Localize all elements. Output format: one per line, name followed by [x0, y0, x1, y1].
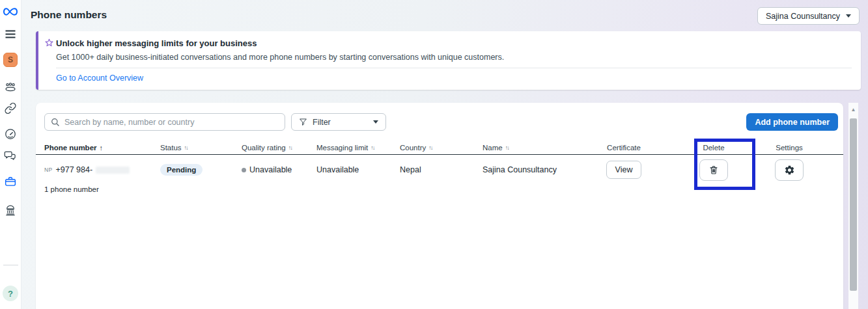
cell-delete — [668, 159, 759, 181]
column-header-quality-rating[interactable]: Quality rating ↑↓ — [242, 144, 316, 152]
account-selector-dropdown[interactable]: Sajina Counsultancy — [757, 7, 860, 25]
bank-building-icon — [4, 204, 17, 216]
page-title: Phone numbers — [31, 9, 107, 21]
phone-numbers-card: Filter Add phone number Phone number ↑ S… — [36, 103, 843, 309]
cell-quality-rating: Unavailable — [242, 165, 316, 174]
redacted-phone-digits — [96, 167, 130, 174]
avatar-letter: S — [3, 53, 18, 67]
account-overview-link[interactable]: Go to Account Overview — [56, 74, 143, 83]
column-header-country[interactable]: Country ↑↓ — [400, 144, 483, 152]
filter-funnel-icon — [299, 118, 307, 126]
column-header-messaging-limit[interactable]: Messaging limit ↑↓ — [316, 144, 400, 152]
sort-ascending-icon: ↑ — [100, 144, 104, 152]
sidebar-divider — [3, 265, 18, 265]
chevron-down-icon — [373, 120, 378, 124]
sidebar-item-inbox[interactable] — [4, 150, 17, 162]
sidebar-item-audiences[interactable] — [4, 81, 17, 93]
sidebar-item-phone-numbers-active[interactable] — [4, 176, 17, 187]
chat-bubbles-icon — [4, 150, 17, 162]
cell-certificate: View — [580, 161, 668, 179]
help-question-icon: ? — [3, 286, 18, 301]
view-certificate-button[interactable]: View — [606, 161, 642, 179]
link-icon — [5, 102, 17, 114]
cell-status: Pending — [160, 164, 242, 176]
cell-settings — [759, 159, 819, 181]
cell-name: Sajina Counsultancy — [483, 165, 580, 174]
vertical-scrollbar[interactable]: ▲ — [848, 103, 858, 309]
banner-description: Get 1000+ daily business-initiated conve… — [56, 53, 504, 62]
sidebar: S — [0, 0, 21, 309]
scrollbar-thumb[interactable] — [850, 118, 857, 291]
cell-phone-number: NP +977 984- — [44, 165, 160, 174]
toolbox-icon — [4, 176, 17, 187]
phone-number-text: +977 984- — [55, 165, 92, 174]
sidebar-item-performance[interactable] — [4, 128, 17, 141]
quality-dot-icon — [242, 168, 246, 172]
column-header-name[interactable]: Name ↑↓ — [483, 144, 580, 152]
column-header-phone-number[interactable]: Phone number ↑ — [44, 144, 160, 152]
scroll-up-arrow-icon[interactable]: ▲ — [848, 107, 858, 113]
sort-icon: ↑↓ — [371, 144, 374, 151]
search-field[interactable] — [44, 113, 285, 131]
chevron-down-icon — [846, 14, 851, 18]
gauge-icon — [4, 128, 17, 141]
row-count-summary: 1 phone number — [44, 185, 99, 193]
delete-button[interactable] — [699, 159, 728, 181]
status-badge: Pending — [160, 164, 203, 176]
account-selector-label: Sajina Counsultancy — [766, 12, 840, 21]
column-header-delete: Delete — [668, 144, 759, 152]
star-icon — [44, 38, 55, 49]
sidebar-item-links[interactable] — [5, 102, 17, 114]
sort-icon: ↑↓ — [428, 144, 432, 151]
add-phone-number-button[interactable]: Add phone number — [746, 113, 838, 131]
settings-button[interactable] — [775, 159, 804, 181]
help-button[interactable]: ? — [3, 286, 18, 301]
search-input[interactable] — [64, 118, 279, 127]
meta-infinity-glyph — [3, 7, 18, 17]
filter-dropdown[interactable]: Filter — [291, 113, 386, 131]
sidebar-item-billing[interactable] — [4, 204, 17, 216]
sort-icon: ↑↓ — [184, 144, 188, 151]
search-icon — [51, 118, 60, 127]
banner-title: Unlock higher messaging limits for your … — [56, 38, 257, 48]
column-header-settings: Settings — [759, 144, 819, 152]
country-code-label: NP — [44, 167, 52, 173]
table-header-row: Phone number ↑ Status ↑↓ Quality rating … — [36, 141, 843, 155]
cell-country: Nepal — [400, 165, 483, 174]
hamburger-glyph — [5, 30, 16, 38]
business-avatar[interactable]: S — [3, 53, 18, 67]
table-row: NP +977 984- Pending Unavailable Unavail… — [36, 155, 843, 184]
meta-logo-icon[interactable] — [3, 7, 18, 17]
filter-label: Filter — [313, 118, 331, 127]
gear-icon — [784, 165, 795, 176]
column-header-status[interactable]: Status ↑↓ — [160, 144, 242, 152]
sort-icon: ↑↓ — [288, 144, 292, 151]
main-content: Phone numbers Sajina Counsultancy Unlock… — [21, 0, 868, 309]
page: S — [0, 0, 868, 309]
trash-icon — [708, 165, 719, 176]
banner-divider — [56, 68, 852, 68]
column-header-certificate: Certificate — [580, 144, 668, 152]
messaging-limits-banner: Unlock higher messaging limits for your … — [36, 31, 861, 90]
people-group-icon — [4, 81, 17, 93]
sort-icon: ↑↓ — [505, 144, 509, 151]
cell-messaging-limit: Unavailable — [316, 165, 400, 174]
hamburger-menu-icon[interactable] — [5, 30, 16, 38]
